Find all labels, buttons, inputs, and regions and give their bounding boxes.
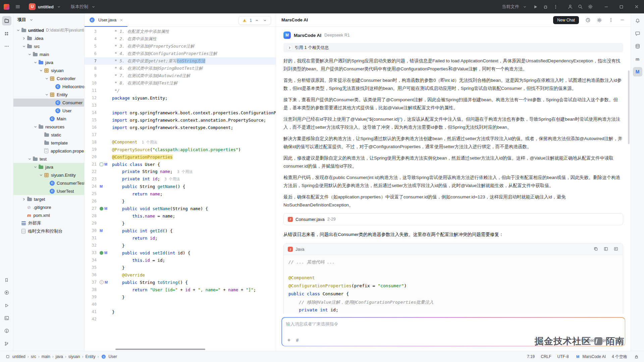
tree-chevron-icon[interactable] (21, 197, 26, 201)
marscode-gutter-icon[interactable]: M (104, 251, 107, 255)
status-utf-8[interactable]: UTF-8 (557, 354, 569, 359)
tree-item-static[interactable]: static (13, 131, 84, 139)
horizontal-scrollbar[interactable] (115, 349, 205, 350)
terminal-button[interactable] (2, 313, 11, 323)
project-panel-header[interactable]: 项目 (13, 13, 84, 26)
profile-button[interactable] (565, 2, 575, 12)
tree-item-consumertest[interactable]: CConsumerTest (13, 179, 84, 187)
run-button[interactable] (530, 2, 540, 12)
more-vert-button[interactable] (606, 15, 616, 25)
marscode-gutter-icon[interactable]: M (100, 184, 103, 188)
reference-toggle[interactable]: 引用 1 个相关信息 (283, 43, 623, 52)
tree-item-resources[interactable]: resources (13, 123, 84, 131)
tree-chevron-icon[interactable] (33, 165, 38, 169)
tree-item-java[interactable]: java (13, 58, 84, 66)
status-lock[interactable] (633, 354, 639, 360)
code-block-body[interactable]: // ... 其他代码 ...@Component@ConfigurationP… (284, 255, 623, 314)
tree-item-gitignore[interactable]: ⊘.gitignore (13, 203, 84, 211)
chat-input[interactable]: 输入消息或者"/"来选择指令 # Doubao-1.5-pro (282, 318, 625, 346)
project-widget[interactable]: U untitled (26, 2, 65, 11)
tree-item-main[interactable]: CMain (13, 115, 84, 123)
send-icon[interactable] (615, 337, 621, 343)
minimize-button[interactable] (599, 0, 614, 13)
commit-grid-button[interactable] (2, 29, 11, 38)
tree-chevron-icon[interactable] (33, 125, 38, 129)
notifications-button[interactable] (633, 16, 642, 25)
tree-item-main[interactable]: main (13, 50, 84, 58)
status-marscode-ai[interactable]: MMarsCode AI (575, 354, 606, 360)
hash-icon[interactable]: # (296, 338, 299, 343)
tree-item-template[interactable]: template (13, 139, 84, 147)
bookmark-button[interactable] (2, 275, 11, 285)
debug-button[interactable] (540, 2, 550, 12)
project-folder-button[interactable] (2, 16, 11, 25)
tree-item-entity[interactable]: Entity (13, 90, 84, 99)
history-button[interactable] (583, 15, 593, 25)
close-button[interactable] (629, 0, 644, 13)
maximize-button[interactable] (614, 0, 629, 13)
marscode-button[interactable]: M (633, 67, 642, 76)
run-circle-button[interactable] (2, 288, 11, 297)
breadcrumb-item-src[interactable]: src (31, 354, 36, 359)
copy-button[interactable] (593, 246, 599, 253)
ai-chat-button[interactable] (633, 29, 642, 38)
marscode-gutter-icon[interactable]: M (105, 280, 108, 284)
tree-item-user[interactable]: CUser (13, 107, 84, 115)
insert-button[interactable] (603, 246, 609, 253)
more-vert-button[interactable] (550, 2, 560, 12)
model-badge[interactable]: Doubao-1.5-pro (574, 338, 611, 343)
status-7-19[interactable]: 7:19 (527, 354, 535, 359)
tree-item-java[interactable]: java (13, 163, 84, 171)
tree-chevron-icon[interactable] (38, 173, 44, 177)
new-chat-button[interactable]: New Chat (553, 16, 579, 24)
marscode-gutter-icon[interactable]: M (104, 162, 107, 166)
database-button[interactable] (633, 42, 642, 51)
settings-button[interactable] (594, 15, 604, 25)
spring-autowire-gutter-icon[interactable] (100, 251, 103, 255)
maven-button[interactable]: m (633, 54, 642, 64)
chevron-down-icon[interactable] (262, 17, 268, 23)
tree-item-controller[interactable]: Controller (13, 74, 84, 82)
main-menu-button[interactable] (13, 2, 23, 12)
tree-chevron-icon[interactable] (38, 69, 44, 72)
breadcrumb-item-untitled[interactable]: untitled (5, 354, 25, 360)
tree-item-consumer[interactable]: CConsumer (13, 99, 84, 107)
inspections-widget[interactable]: 1 (238, 16, 271, 25)
tree-chevron-icon[interactable] (44, 93, 49, 97)
tree-item-siyuan-entity[interactable]: siyuan.Entity (13, 171, 84, 179)
tree-item-idea[interactable]: .idea (13, 34, 84, 42)
tree-item-临时文件和控制台[interactable]: 临时文件和控制台 (13, 227, 84, 235)
tree-chevron-icon[interactable] (27, 53, 32, 56)
breadcrumb-item-entity[interactable]: Entity (85, 354, 95, 359)
tree-item-pom-xml[interactable]: mpom.xml (13, 211, 84, 219)
marscode-gutter-icon[interactable]: M (104, 206, 107, 210)
diff-button[interactable] (613, 246, 619, 253)
tree-chevron-icon[interactable] (33, 61, 38, 64)
tree-item-外部库[interactable]: 外部库 (13, 219, 84, 227)
tree-item-target[interactable]: target (13, 195, 84, 203)
vcs-branch-button[interactable] (2, 339, 11, 348)
tree-chevron-icon[interactable] (21, 45, 26, 48)
status-4-个空格[interactable]: 4 个空格 (612, 354, 627, 360)
override-gutter-icon[interactable]: ↑ (100, 280, 104, 284)
more-horiz-button[interactable] (2, 42, 11, 51)
tree-item-untitled[interactable]: untitledD:\data\程序\java\untitled (13, 26, 84, 34)
problems-button[interactable] (2, 326, 11, 336)
editor-tab-user-java[interactable]: C User.java (85, 13, 127, 27)
status-crlf[interactable]: CRLF (541, 354, 551, 359)
chat-scrollbar[interactable] (628, 70, 630, 144)
tree-item-application-proper[interactable]: application.proper... (13, 147, 84, 155)
tree-item-usertest[interactable]: CUserTest (13, 187, 84, 195)
search-button[interactable] (575, 2, 585, 12)
tree-chevron-icon[interactable] (15, 28, 21, 32)
file-reference-card[interactable]: J Consumer.java 2-29 (283, 213, 623, 225)
prompt-icon[interactable] (286, 337, 292, 343)
services-button[interactable] (2, 301, 11, 310)
tree-item-test[interactable]: test (13, 155, 84, 163)
spring-autowire-gutter-icon[interactable] (100, 207, 103, 210)
tree-chevron-icon[interactable] (27, 157, 32, 161)
breadcrumb-item-java[interactable]: java (56, 354, 63, 359)
spring-bean-gutter-icon[interactable] (100, 163, 103, 166)
tree-item-src[interactable]: src (13, 42, 84, 50)
tree-item-hellocontrol[interactable]: CHellocontrol... (13, 82, 84, 90)
